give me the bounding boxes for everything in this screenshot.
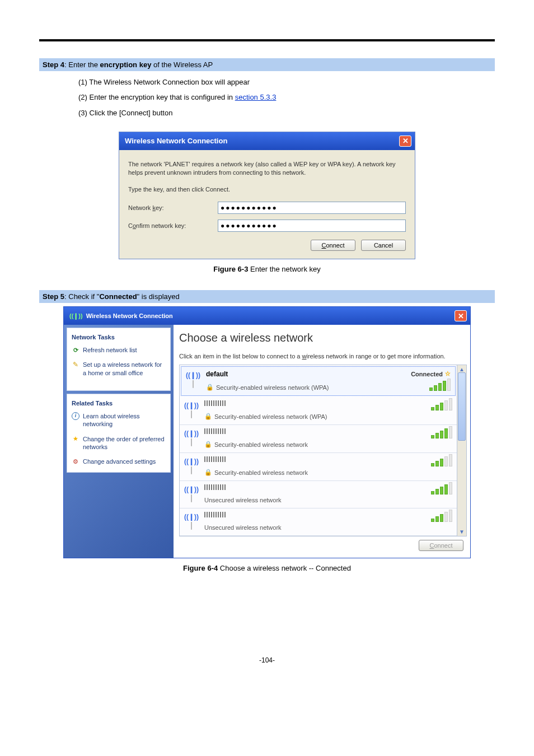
signal-icon bbox=[431, 484, 452, 494]
dialog1-titlebar: Wireless Network Connection ✕ bbox=[119, 132, 415, 150]
network-right bbox=[431, 428, 452, 438]
network-security: Unsecured wireless network bbox=[204, 524, 425, 531]
wifi-icon: ((❙)) bbox=[184, 484, 199, 502]
network-info: Unsecured wireless network bbox=[204, 484, 425, 503]
section-link[interactable]: section 5.3.3 bbox=[235, 93, 277, 101]
wifi-icon: ((❙)) bbox=[184, 428, 199, 446]
confirm-key-label: Confirm network key: bbox=[128, 222, 218, 229]
network-tasks-card: Network Tasks ⟳ Refresh network list ✎ S… bbox=[67, 328, 171, 391]
network-info: 🔒 Security-enabled wireless network bbox=[204, 428, 425, 448]
network-name bbox=[204, 428, 227, 434]
step4-item-2: (2) Enter the encryption key that is con… bbox=[78, 90, 495, 105]
wifi-icon: ((❙)) bbox=[184, 512, 199, 530]
network-name bbox=[204, 456, 227, 462]
refresh-icon: ⟳ bbox=[72, 346, 79, 354]
gear-icon: ⚙ bbox=[72, 458, 79, 465]
network-info: 🔒 Security-enabled wireless network (WPA… bbox=[204, 400, 425, 420]
related-tasks-card: Related Tasks Learn about wireless netwo… bbox=[67, 394, 171, 473]
star-icon: ★ bbox=[72, 435, 79, 443]
network-security: 🔒 Security-enabled wireless network bbox=[204, 441, 425, 448]
network-right bbox=[431, 400, 452, 410]
scroll-down-icon[interactable]: ▼ bbox=[459, 529, 465, 535]
scrollbar[interactable]: ▲ ▼ bbox=[457, 365, 467, 536]
related-tasks-title: Related Tasks bbox=[72, 400, 166, 407]
setup-wireless-link[interactable]: ✎ Set up a wireless network for a home o… bbox=[72, 361, 166, 377]
signal-icon bbox=[431, 428, 452, 438]
info-icon bbox=[72, 412, 79, 420]
connect-button[interactable]: Connect bbox=[311, 240, 355, 251]
confirm-key-input[interactable] bbox=[218, 220, 406, 232]
lock-icon: 🔒 bbox=[204, 441, 212, 448]
network-info: Unsecured wireless network bbox=[204, 512, 425, 531]
step4-label: Step 4 bbox=[43, 60, 64, 69]
network-right bbox=[431, 512, 452, 522]
page-number: -104- bbox=[39, 656, 495, 664]
step5-bar: Step 5: Check if "Connected" is displaye… bbox=[39, 290, 495, 303]
network-security: 🔒 Security-enabled wireless network (WPA… bbox=[204, 413, 425, 420]
network-item[interactable]: ((❙))🔒 Security-enabled wireless network bbox=[180, 425, 457, 453]
wifi-icon: ((❙)) bbox=[184, 400, 199, 418]
step4-item-3: (3) Click the [Connect] button bbox=[78, 105, 495, 120]
step4-item-1: (1) The Wireless Network Connection box … bbox=[78, 74, 495, 90]
network-item[interactable]: ((❙)) Unsecured wireless network bbox=[180, 481, 457, 508]
network-info: 🔒 Security-enabled wireless network bbox=[204, 456, 425, 476]
choose-wireless-dialog: ((❙)) Wireless Network Connection ✕ Netw… bbox=[63, 306, 471, 558]
close-icon[interactable]: ✕ bbox=[455, 310, 467, 321]
step4-list: (1) The Wireless Network Connection box … bbox=[78, 74, 495, 120]
step5-label: Step 5 bbox=[43, 292, 64, 301]
network-security: Unsecured wireless network bbox=[204, 497, 425, 503]
main-panel: Choose a wireless network Click an item … bbox=[174, 325, 470, 558]
network-item[interactable]: ((❙)) Unsecured wireless network bbox=[180, 508, 457, 536]
lock-icon: 🔒 bbox=[204, 413, 212, 420]
network-name: default bbox=[206, 370, 405, 378]
network-item[interactable]: ((❙))default🔒 Security-enabled wireless … bbox=[181, 366, 456, 396]
network-item[interactable]: ((❙))🔒 Security-enabled wireless network… bbox=[180, 397, 457, 425]
network-key-input[interactable] bbox=[218, 202, 406, 214]
advanced-settings-link[interactable]: ⚙ Change advanced settings bbox=[72, 458, 166, 465]
side-panel: Network Tasks ⟳ Refresh network list ✎ S… bbox=[64, 325, 174, 558]
signal-icon bbox=[429, 381, 451, 391]
figure-6-3-caption: Figure 6-3 Enter the network key bbox=[39, 265, 495, 273]
network-right: Connected ☆ bbox=[411, 370, 451, 391]
signal-icon bbox=[431, 400, 452, 410]
wifi-icon: ((❙)) bbox=[184, 456, 199, 474]
dialog2-title-text: Wireless Network Connection bbox=[86, 312, 173, 319]
cancel-button[interactable]: Cancel bbox=[361, 240, 406, 251]
choose-network-subtext: Click an item in the list below to conne… bbox=[179, 352, 467, 360]
step4-bar: Step 4: Enter the encryption key of the … bbox=[39, 58, 495, 71]
change-order-link[interactable]: ★ Change the order of preferred networks bbox=[72, 435, 166, 451]
network-right bbox=[431, 484, 452, 494]
dialog1-para2: Type the key, and then click Connect. bbox=[128, 185, 406, 194]
network-right bbox=[431, 456, 452, 466]
network-name bbox=[204, 484, 227, 490]
network-list: ((❙))default🔒 Security-enabled wireless … bbox=[179, 365, 457, 536]
connect-button-main[interactable]: Connect bbox=[419, 540, 463, 551]
network-item[interactable]: ((❙))🔒 Security-enabled wireless network bbox=[180, 453, 457, 481]
network-key-dialog: Wireless Network Connection ✕ The networ… bbox=[119, 132, 415, 259]
antenna-icon: ((❙)) bbox=[69, 312, 83, 320]
signal-icon bbox=[431, 512, 452, 522]
network-key-label: Network key: bbox=[128, 204, 218, 211]
scroll-thumb[interactable] bbox=[458, 372, 466, 441]
close-icon[interactable]: ✕ bbox=[399, 136, 411, 147]
lock-icon: 🔒 bbox=[204, 469, 212, 476]
wizard-icon: ✎ bbox=[72, 361, 79, 368]
learn-wireless-link[interactable]: Learn about wireless networking bbox=[72, 412, 166, 428]
network-tasks-title: Network Tasks bbox=[72, 334, 166, 340]
choose-network-heading: Choose a wireless network bbox=[179, 332, 467, 344]
network-name bbox=[204, 400, 227, 406]
wifi-icon: ((❙)) bbox=[186, 370, 200, 388]
lock-icon: 🔒 bbox=[206, 384, 214, 391]
connected-status: Connected ☆ bbox=[411, 370, 451, 377]
scroll-up-icon[interactable]: ▲ bbox=[459, 366, 465, 372]
refresh-network-list-link[interactable]: ⟳ Refresh network list bbox=[72, 346, 166, 354]
figure-6-4-caption: Figure 6-4 Choose a wireless network -- … bbox=[39, 564, 495, 572]
star-icon: ☆ bbox=[445, 370, 451, 377]
network-security: 🔒 Security-enabled wireless network bbox=[204, 469, 425, 476]
network-info: default🔒 Security-enabled wireless netwo… bbox=[206, 370, 405, 391]
dialog2-titlebar: ((❙)) Wireless Network Connection ✕ bbox=[64, 307, 470, 325]
signal-icon bbox=[431, 456, 452, 466]
dialog1-title-text: Wireless Network Connection bbox=[125, 137, 227, 145]
network-security: 🔒 Security-enabled wireless network (WPA… bbox=[206, 384, 405, 391]
network-name bbox=[204, 512, 227, 517]
